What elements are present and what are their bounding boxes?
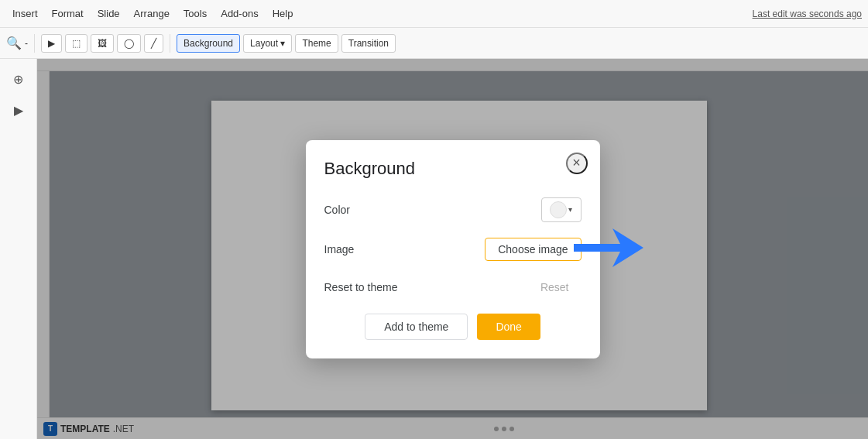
canvas-area: Background × Color ▾ Image Choose image xyxy=(37,59,868,439)
reset-button[interactable]: Reset xyxy=(528,276,582,298)
reset-to-theme-label: Reset to theme xyxy=(324,281,410,293)
zoom-control[interactable]: 🔍 - xyxy=(6,36,28,50)
image-label: Image xyxy=(324,243,410,256)
background-toolbar-btn[interactable]: Background xyxy=(177,34,240,53)
color-dropdown-icon: ▾ xyxy=(568,205,572,214)
main-area: ⊕ ▶ Background × Color ▾ xyxy=(0,59,868,439)
left-sidebar: ⊕ ▶ xyxy=(0,59,37,439)
select-tool[interactable]: ⬚ xyxy=(65,34,87,53)
color-row: Color ▾ xyxy=(324,197,582,222)
reset-row: Reset to theme Reset xyxy=(324,276,582,298)
done-button[interactable]: Done xyxy=(477,314,540,340)
transition-toolbar-btn[interactable]: Transition xyxy=(341,34,396,53)
add-to-theme-button[interactable]: Add to theme xyxy=(365,314,468,340)
menu-arrange[interactable]: Arrange xyxy=(128,5,176,22)
toolbar-separator-1 xyxy=(34,34,35,53)
color-swatch xyxy=(550,201,567,218)
modal-close-button[interactable]: × xyxy=(566,153,588,174)
background-modal: Background × Color ▾ Image Choose image xyxy=(306,140,600,358)
layout-toolbar-btn[interactable]: Layout ▾ xyxy=(243,34,292,53)
line-tool[interactable]: ╱ xyxy=(144,34,163,53)
modal-title: Background xyxy=(324,159,582,179)
menu-format[interactable]: Format xyxy=(46,5,90,22)
sidebar-tool-2[interactable]: ▶ xyxy=(5,96,33,124)
sidebar-tool-1[interactable]: ⊕ xyxy=(5,65,33,93)
toolbar-separator-2 xyxy=(170,34,170,53)
menu-slide[interactable]: Slide xyxy=(91,5,126,22)
menu-tools[interactable]: Tools xyxy=(177,5,213,22)
svg-marker-0 xyxy=(574,228,643,267)
image-tool[interactable]: 🖼 xyxy=(91,34,114,53)
choose-image-button[interactable]: Choose image xyxy=(485,238,581,261)
color-picker-button[interactable]: ▾ xyxy=(541,197,582,222)
toolbar: 🔍 - ▶ ⬚ 🖼 ◯ ╱ Background Layout ▾ Theme … xyxy=(0,28,868,59)
blue-arrow-annotation xyxy=(574,221,643,278)
cursor-tool[interactable]: ▶ xyxy=(41,34,62,53)
menu-addons[interactable]: Add-ons xyxy=(214,5,264,22)
image-row: Image Choose image xyxy=(324,238,582,261)
shapes-tool[interactable]: ◯ xyxy=(117,34,141,53)
modal-footer: Add to theme Done xyxy=(324,314,582,340)
menu-insert[interactable]: Insert xyxy=(6,5,44,22)
menu-help[interactable]: Help xyxy=(266,5,300,22)
menubar: Insert Format Slide Arrange Tools Add-on… xyxy=(0,0,868,28)
modal-overlay: Background × Color ▾ Image Choose image xyxy=(37,59,868,439)
color-label: Color xyxy=(324,204,410,216)
last-edit-label: Last edit was seconds ago xyxy=(753,9,862,19)
theme-toolbar-btn[interactable]: Theme xyxy=(295,34,338,53)
